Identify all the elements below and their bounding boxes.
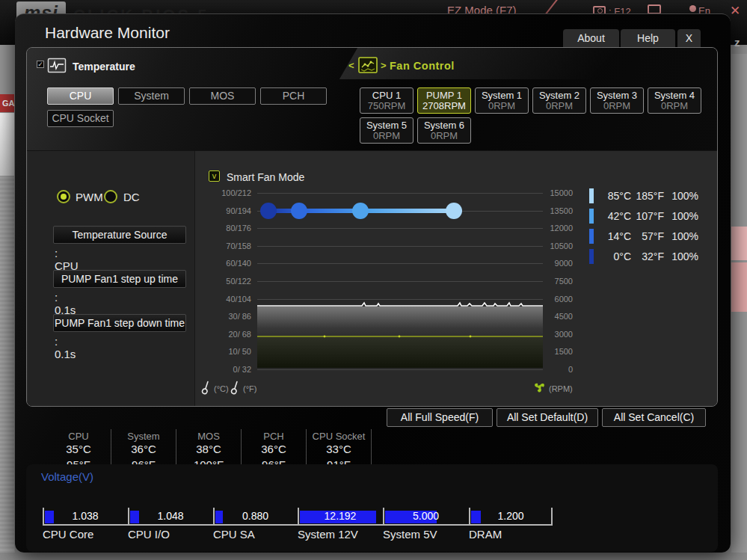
help-button[interactable]: Help bbox=[621, 29, 675, 48]
sensor-name: MOS bbox=[176, 431, 241, 443]
fan-name: System 2 bbox=[533, 90, 585, 101]
close-button[interactable]: X bbox=[677, 29, 701, 48]
tab-mos[interactable]: MOS bbox=[189, 87, 256, 105]
fan-point-percent: 100% bbox=[664, 250, 698, 262]
left-axis-label: 50/122 bbox=[208, 277, 251, 286]
sensor-celsius: 33°C bbox=[307, 443, 371, 455]
fan-next-arrow-icon[interactable]: > bbox=[381, 60, 387, 71]
temperature-section-checkbox[interactable]: ✓ bbox=[37, 61, 44, 68]
right-axis-label: 3000 bbox=[549, 330, 573, 339]
fan-curve-point-14c[interactable] bbox=[291, 203, 307, 219]
fan-point-fahrenheit: 185°F bbox=[631, 190, 664, 202]
fan-rpm-value: 0RPM bbox=[533, 101, 585, 111]
all-set-default-button[interactable]: All Set Default(D) bbox=[497, 408, 598, 427]
right-axis-label: 4500 bbox=[549, 312, 573, 321]
sensor-name: System bbox=[111, 431, 176, 443]
fan-button-system-4[interactable]: System 40RPM bbox=[648, 87, 701, 114]
left-axis-label: 100/212 bbox=[208, 188, 251, 197]
voltage-label-cpu-i-o: CPU I/O bbox=[128, 528, 170, 541]
left-axis-label: 40/104 bbox=[208, 295, 251, 304]
background-bottom-edge bbox=[0, 553, 747, 560]
all-full-speed-button[interactable]: All Full Speed(F) bbox=[387, 408, 493, 427]
right-axis-label: 7500 bbox=[549, 277, 573, 286]
smart-fan-mode-checkbox[interactable]: v bbox=[209, 170, 220, 182]
fan-button-cpu-1[interactable]: CPU 1750RPM bbox=[360, 87, 414, 114]
voltage-value-cpu-core: 1.038 bbox=[43, 510, 128, 522]
fan-point-percent: 100% bbox=[664, 190, 698, 202]
sensor-celsius: 36°C bbox=[111, 443, 176, 455]
fan-button-system-1[interactable]: System 10RPM bbox=[475, 87, 529, 114]
fan-point-fahrenheit: 107°F bbox=[631, 210, 664, 222]
fan-name: System 3 bbox=[591, 90, 643, 101]
hardware-monitor-window: Hardware Monitor About Help X ✓ Temperat… bbox=[15, 13, 731, 553]
fan-point-celsius: 0°C bbox=[594, 250, 631, 262]
panel-header: ✓ Temperature < > Fan Control CPUSystemM… bbox=[27, 48, 717, 151]
temperature-source-value: : CPU bbox=[55, 247, 79, 272]
fan-button-system-3[interactable]: System 30RPM bbox=[590, 87, 644, 114]
temperature-tabs: CPUSystemMOSPCHCPU Socket bbox=[47, 87, 335, 127]
sensor-celsius: 36°C bbox=[242, 443, 306, 455]
pump-fan1-step-down-time-value: : 0.1s bbox=[55, 335, 76, 360]
fan-button-system-5[interactable]: System 50RPM bbox=[360, 117, 414, 144]
pump-fan1-step-down-time-button[interactable]: PUMP Fan1 step down time bbox=[53, 314, 186, 332]
fan-point-fahrenheit: 57°F bbox=[631, 230, 664, 242]
pump-fan1-step-up-time-button[interactable]: PUMP Fan1 step up time bbox=[53, 270, 186, 288]
pwm-radio[interactable] bbox=[57, 190, 70, 203]
left-axis-label: 30/ 86 bbox=[208, 312, 251, 321]
gridline bbox=[257, 263, 543, 264]
thermometer-fahrenheit-icon bbox=[230, 379, 240, 396]
temperature-history-plot bbox=[257, 300, 543, 369]
fan-point-row: 42°C107°F100% bbox=[589, 209, 701, 224]
tab-cpu-socket[interactable]: CPU Socket bbox=[47, 110, 114, 127]
sensor-name: PCH bbox=[242, 431, 306, 443]
fan-point-percent: 100% bbox=[664, 230, 698, 242]
fan-button-system-6[interactable]: System 60RPM bbox=[417, 117, 471, 144]
fan-rpm-value: 750RPM bbox=[360, 101, 413, 111]
voltage-label-cpu-core: CPU Core bbox=[43, 528, 93, 541]
gridline bbox=[257, 281, 543, 282]
sensor-name: CPU Socket bbox=[307, 431, 371, 443]
about-button[interactable]: About bbox=[563, 29, 619, 48]
tab-system[interactable]: System bbox=[118, 87, 185, 105]
right-axis-label: 13500 bbox=[549, 206, 573, 215]
left-axis-label: 20/ 68 bbox=[208, 330, 251, 339]
fan-control-icon bbox=[357, 55, 378, 75]
gridline bbox=[257, 228, 543, 229]
voltage-panel: Voltage(V) 1.038CPU Core1.048CPU I/O0.88… bbox=[26, 464, 718, 552]
fan-button-pump-1[interactable]: PUMP 12708RPM bbox=[417, 87, 471, 114]
fan-section-title: Fan Control bbox=[390, 60, 455, 72]
user-icon[interactable] bbox=[689, 5, 696, 12]
fan-rpm-value: 2708RPM bbox=[418, 101, 470, 111]
fan-name: System 1 bbox=[476, 90, 528, 101]
voltage-value-system-5v: 5.000 bbox=[383, 510, 469, 522]
fan-selector-buttons: CPU 1750RPMPUMP 12708RPMSystem 10RPMSyst… bbox=[360, 87, 707, 144]
all-set-cancel-button[interactable]: All Set Cancel(C) bbox=[602, 408, 706, 427]
fan-point-row: 14°C57°F100% bbox=[589, 229, 701, 244]
fan-point-row: 85°C185°F100% bbox=[589, 188, 701, 203]
fan-point-percent: 100% bbox=[664, 210, 698, 222]
sensor-celsius: 35°C bbox=[46, 443, 111, 455]
tab-cpu[interactable]: CPU bbox=[47, 87, 114, 105]
voltage-value-cpu-i-o: 1.048 bbox=[128, 510, 213, 522]
fan-name: System 5 bbox=[360, 120, 413, 131]
fan-curve-point-42c[interactable] bbox=[352, 203, 369, 219]
tab-pch[interactable]: PCH bbox=[260, 87, 327, 105]
left-axis-label: 10/ 50 bbox=[208, 347, 251, 356]
fan-button-system-2[interactable]: System 20RPM bbox=[532, 87, 586, 114]
gridline bbox=[257, 193, 543, 194]
voltage-value-cpu-sa: 0.880 bbox=[213, 510, 298, 522]
fan-curve-point-85c[interactable] bbox=[446, 203, 462, 219]
background-close-icon[interactable]: ✕ bbox=[730, 3, 740, 19]
dc-radio[interactable] bbox=[104, 190, 117, 203]
fahrenheit-unit-label: (°F) bbox=[243, 384, 256, 393]
fan-name: CPU 1 bbox=[360, 90, 413, 101]
voltage-label-dram: DRAM bbox=[469, 528, 502, 541]
fan-prev-arrow-icon[interactable]: < bbox=[348, 60, 354, 71]
temperature-source-button[interactable]: Temperature Source bbox=[53, 226, 186, 244]
frequency-label-fragment: z bbox=[734, 36, 740, 49]
gridline bbox=[257, 369, 543, 370]
fan-curve-point-0c[interactable] bbox=[260, 203, 277, 219]
voltage-value-dram: 1.200 bbox=[469, 510, 553, 522]
fan-point-row: 0°C32°F100% bbox=[589, 249, 701, 264]
background-right-fragment-1 bbox=[731, 227, 747, 260]
